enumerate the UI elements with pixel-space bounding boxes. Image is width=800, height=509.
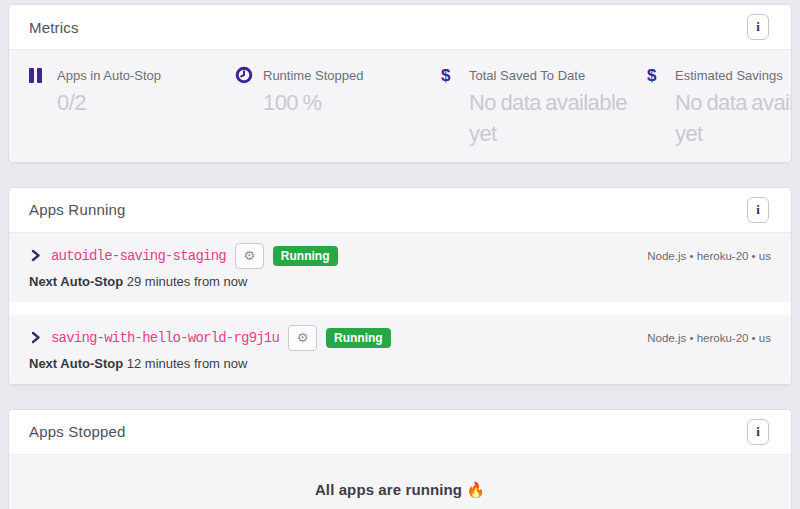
- info-icon: i: [756, 202, 760, 218]
- chevron-right-icon[interactable]: [29, 249, 42, 262]
- next-autostop-label: Next Auto-Stop: [29, 274, 123, 289]
- info-icon: i: [756, 424, 760, 440]
- apps-stopped-info-button[interactable]: i: [747, 419, 769, 445]
- metric-label: Apps in Auto-Stop: [57, 68, 161, 83]
- metric-label: Total Saved To Date: [469, 68, 585, 83]
- app-stack-meta: Node.js • heroku-20 • us: [647, 332, 771, 344]
- app-row-separator: [9, 302, 791, 315]
- metrics-body: Apps in Auto-Stop 0/2 Runtime Stopped 1: [9, 50, 791, 162]
- chevron-right-icon[interactable]: [29, 331, 42, 344]
- empty-state-message: All apps are running 🔥: [315, 481, 485, 499]
- app-name[interactable]: autoidle-saving-staging: [51, 248, 226, 264]
- metric-label: Runtime Stopped: [263, 68, 363, 83]
- metrics-panel-header: Metrics i: [9, 5, 791, 50]
- metric-value: No data available yet: [469, 88, 647, 150]
- metric-apps-in-auto-stop: Apps in Auto-Stop 0/2: [29, 65, 235, 150]
- next-autostop-label: Next Auto-Stop: [29, 356, 123, 371]
- metric-estimated-savings: $ Estimated Savings No data available ye…: [647, 65, 792, 150]
- info-icon: i: [756, 19, 760, 35]
- app-row-saving-with-hello-world: saving-with-hello-world-rg9j1u ⚙ Running…: [9, 315, 791, 384]
- metric-runtime-stopped: Runtime Stopped 100 %: [235, 65, 441, 150]
- apps-running-panel: Apps Running i autoidle-saving-staging ⚙…: [8, 187, 792, 385]
- app-settings-button[interactable]: ⚙: [288, 325, 317, 351]
- metrics-grid: Apps in Auto-Stop 0/2 Runtime Stopped 1: [29, 65, 771, 150]
- gear-icon: ⚙: [297, 330, 309, 345]
- apps-running-title: Apps Running: [29, 201, 126, 218]
- apps-stopped-title: Apps Stopped: [29, 423, 126, 440]
- metrics-panel: Metrics i Apps in Auto-Stop 0/2: [8, 4, 792, 163]
- apps-running-info-button[interactable]: i: [747, 197, 769, 223]
- status-badge: Running: [326, 328, 391, 348]
- apps-running-header: Apps Running i: [9, 188, 791, 233]
- app-row-autoidle-saving-staging: autoidle-saving-staging ⚙ Running Node.j…: [9, 233, 791, 302]
- apps-stopped-body: All apps are running 🔥: [9, 455, 791, 509]
- next-autostop-value: 12 minutes from now: [127, 356, 248, 371]
- metric-value: 100 %: [263, 88, 441, 119]
- apps-stopped-panel: Apps Stopped i All apps are running 🔥: [8, 409, 792, 509]
- pause-icon: [29, 68, 47, 83]
- apps-stopped-header: Apps Stopped i: [9, 410, 791, 455]
- metric-value: No data available yet: [675, 88, 792, 150]
- metrics-panel-title: Metrics: [29, 19, 79, 36]
- gear-icon: ⚙: [244, 248, 256, 263]
- app-name[interactable]: saving-with-hello-world-rg9j1u: [51, 330, 279, 346]
- app-stack-meta: Node.js • heroku-20 • us: [647, 250, 771, 262]
- clock-icon: [235, 66, 253, 84]
- metric-label: Estimated Savings: [675, 68, 783, 83]
- metric-total-saved: $ Total Saved To Date No data available …: [441, 65, 647, 150]
- app-settings-button[interactable]: ⚙: [235, 243, 264, 269]
- next-autostop: Next Auto-Stop 29 minutes from now: [29, 274, 771, 291]
- metrics-info-button[interactable]: i: [747, 14, 769, 40]
- metric-value: 0/2: [57, 88, 235, 119]
- next-autostop-value: 29 minutes from now: [127, 274, 248, 289]
- next-autostop: Next Auto-Stop 12 minutes from now: [29, 356, 771, 373]
- dollar-icon: $: [647, 67, 665, 84]
- status-badge: Running: [273, 246, 338, 266]
- dollar-icon: $: [441, 67, 459, 84]
